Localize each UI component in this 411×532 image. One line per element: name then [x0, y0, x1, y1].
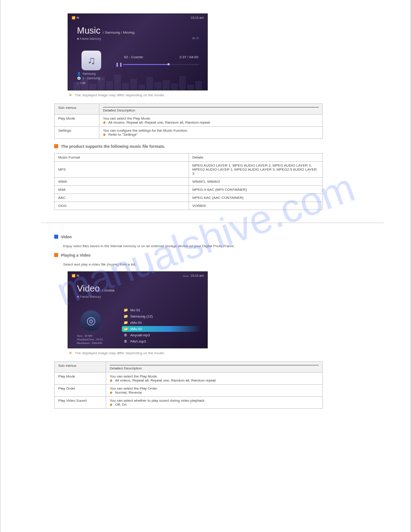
table-cell: WMAV1, WMAV2 [188, 178, 323, 186]
submenu-label: Play Video Sound [55, 397, 106, 409]
signal-icon: 📶 ⇆ [72, 274, 79, 278]
table-cell: VORBIS [188, 202, 323, 210]
folder-icon: 📂 [124, 327, 128, 331]
track-time: 2:37 / 04:00 [180, 55, 198, 59]
submenu-description: You can select the Play Order. ◆Normal, … [106, 385, 323, 397]
submenu-description: You can select the Play Mode. ◆All video… [106, 373, 323, 385]
video-storage-label: ■ Frame Memory [77, 295, 101, 298]
table-cell: MPEG AAC (AAC CONTAINER) [188, 194, 323, 202]
battery-icon: ▭▭ [183, 274, 189, 277]
video-title: Video [77, 283, 100, 293]
video-heading: Video [54, 235, 370, 239]
progress-bar [123, 64, 199, 65]
music-path: / Samsung / Moving [103, 30, 135, 34]
shuffle-repeat-icons: ⇆ ⟳ [192, 36, 199, 40]
submenu-description: You can configure the settings for the M… [99, 127, 323, 139]
list-item-selected: 📂zMu 02 [122, 326, 201, 332]
bullet-icon: ◆ [110, 378, 115, 382]
signal-icon: 📶 ⇆ [72, 16, 79, 20]
video-file-list: 📁Mu 01 📁Samsung (12) 📁zMu 01 📂zMu 02 🗎An… [122, 307, 201, 345]
folder-icon: 📁 [124, 308, 128, 312]
table-header: Details [188, 154, 323, 162]
video-browser-screenshot: 📶 ⇆ ▭▭ 10:16 am Video \ ondisk ■ Frame M… [68, 271, 208, 348]
video-play-heading: Playing a Video [54, 253, 370, 257]
video-path: \ ondisk [102, 288, 115, 292]
music-note-icon: ♫ [81, 51, 101, 70]
note-icon: ✕ [69, 93, 72, 97]
table-cell: MP3 [55, 162, 189, 178]
table-cell: M4A [55, 186, 189, 194]
bullet-icon: ◆ [110, 390, 115, 395]
music-storage-label: ■ Frame Memory [77, 37, 101, 40]
submenu-label: Settings [55, 127, 99, 139]
table-cell: MPEG-4 AAC (MP4 CONTAINER) [188, 186, 323, 194]
list-item: 🗎PAV\.mp3 [122, 339, 201, 344]
bullet-icon: ◆ [110, 403, 115, 407]
submenu-label: Play Mode [55, 373, 106, 385]
folder-icon: 📁 [124, 321, 128, 325]
list-item: 📁Samsung (12) [122, 313, 201, 319]
file-icon: 🗎 [124, 339, 128, 343]
music-format-table: Music Format Details MP3MPEG AUDIO LAYER… [54, 153, 323, 210]
table-cell: AAC [55, 194, 189, 202]
square-bullet-icon [54, 253, 58, 257]
list-item: 📁Mu 01 [122, 307, 201, 313]
video-note: ✕The displayed image may differ dependin… [69, 351, 370, 355]
table-cell: WMA [55, 178, 189, 186]
music-title: Music [77, 26, 100, 35]
square-bullet-icon [54, 235, 58, 239]
table-header: Sub menus [55, 104, 99, 115]
table-header: Sub menus [55, 362, 106, 373]
list-item: 📁zMu 01 [122, 320, 201, 326]
music-formats-heading: The product supports the following music… [54, 144, 370, 149]
music-player-screenshot: 📶 ⇆ 10:16 am Music / Samsung / Moving ■ … [68, 13, 208, 90]
folder-icon: 📁 [124, 314, 128, 318]
submenu-label: Play Mode [55, 115, 99, 127]
video-sub-text: Select and play a video file (movie) fro… [63, 262, 370, 267]
table-header: Detailed Description [99, 104, 323, 115]
pause-icon: ❚❚ [116, 62, 123, 67]
bullet-icon: ◆ [103, 133, 108, 137]
list-item: 🗎Anycall.mp3 [122, 332, 201, 338]
track-metadata: 👤Samsung 💿3 - Samsung … ♪Ydfr [77, 72, 106, 86]
clock-text: 10:16 am [191, 16, 204, 20]
track-title: 02 - Cosmic [124, 55, 143, 59]
table-header: Music Format [55, 154, 189, 162]
video-menu-table: Sub menus Detailed Description Play Mode… [54, 361, 323, 409]
clock-text: 10:16 am [191, 274, 204, 277]
note-icon: ✕ [69, 351, 72, 355]
music-menu-table: Sub menus Detailed Description Play Mode… [54, 103, 323, 139]
submenu-label: Play Order [55, 385, 106, 397]
video-file-meta: Size : 25 MB PlayBackTime : 09:21 Resolu… [77, 335, 103, 345]
table-cell: OGG [55, 202, 189, 210]
submenu-description: You can select whether to play sound dur… [106, 397, 323, 409]
section-divider [41, 223, 384, 223]
video-intro: Enjoy video files saved in the internal … [63, 244, 370, 249]
bullet-icon: ◆ [103, 120, 108, 124]
film-reel-icon: ◎ [81, 310, 101, 331]
music-note: ✕The displayed image may differ dependin… [69, 93, 370, 97]
submenu-description: You can select the Play Mode. ◆All music… [99, 115, 323, 127]
file-icon: 🗎 [124, 333, 128, 337]
square-bullet-icon [54, 144, 58, 148]
table-header: Detailed Description [106, 362, 323, 373]
table-cell: MPEG AUDIO LAYER 1, MPEG AUDIO LAYER 2, … [188, 162, 323, 178]
